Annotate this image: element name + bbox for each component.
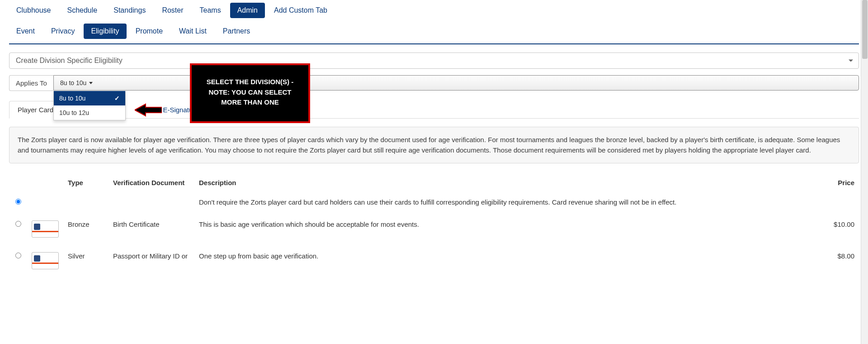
applies-to-button[interactable]: 8u to 10u [53, 75, 859, 91]
col-doc: Verification Document [108, 176, 194, 191]
row0-doc [108, 191, 194, 213]
applies-to-option-0[interactable]: 8u to 10u ✓ [54, 91, 125, 105]
row1-doc: Birth Certificate [108, 213, 194, 245]
card-thumbnail-icon [32, 252, 59, 269]
row2-type: Silver [63, 245, 108, 277]
arrow-left-icon [135, 103, 162, 117]
sub-nav: Event Privacy Eligibility Promote Wait L… [9, 21, 859, 42]
top-nav: Clubhouse Schedule Standings Roster Team… [9, 0, 859, 21]
applies-to-option-1[interactable]: 10u to 12u [54, 105, 125, 120]
nav-divider [9, 43, 859, 44]
subnav-privacy[interactable]: Privacy [44, 24, 82, 39]
nav-admin[interactable]: Admin [230, 3, 265, 18]
row0-radio[interactable] [15, 199, 21, 205]
subnav-partners[interactable]: Partners [216, 24, 257, 39]
col-type: Type [63, 176, 108, 191]
scrollbar-track[interactable] [861, 0, 868, 286]
row1-type: Bronze [63, 213, 108, 245]
applies-to-option-0-label: 8u to 10u [59, 95, 85, 102]
subnav-eligibility[interactable]: Eligibility [84, 24, 126, 39]
subnav-event[interactable]: Event [9, 24, 42, 39]
applies-to-dropdown: 8u to 10u ✓ 10u to 12u [53, 91, 126, 120]
row0-price [818, 191, 859, 213]
table-row: Silver Passport or Military ID or One st… [9, 245, 859, 277]
check-icon: ✓ [114, 95, 120, 102]
nav-standings[interactable]: Standings [106, 3, 153, 18]
nav-clubhouse[interactable]: Clubhouse [9, 3, 58, 18]
row1-desc: This is basic age verification which sho… [194, 213, 818, 245]
division-specific-select-text: Create Division Specific Eligibility [16, 57, 123, 64]
division-specific-select[interactable]: Create Division Specific Eligibility [9, 53, 859, 69]
callout-line3: MORE THAN ONE [198, 97, 302, 108]
nav-roster[interactable]: Roster [155, 3, 190, 18]
row2-price: $8.00 [818, 245, 859, 277]
table-row: Don't require the Zorts player card but … [9, 191, 859, 213]
row1-price: $10.00 [818, 213, 859, 245]
subnav-waitlist[interactable]: Wait List [172, 24, 214, 39]
nav-schedule[interactable]: Schedule [60, 3, 105, 18]
subnav-promote[interactable]: Promote [128, 24, 170, 39]
svg-marker-0 [135, 104, 162, 116]
player-card-table: Type Verification Document Description P… [9, 176, 859, 277]
description-box: The Zorts player card is now available f… [9, 127, 859, 163]
row0-desc: Don't require the Zorts player card but … [194, 191, 818, 213]
applies-to-option-1-label: 10u to 12u [59, 109, 89, 116]
callout-line1: SELECT THE DIVISION(S) - [198, 77, 302, 87]
caret-down-icon [89, 82, 93, 84]
nav-add-custom-tab[interactable]: Add Custom Tab [267, 3, 335, 18]
applies-to-label: Applies To [9, 75, 53, 91]
table-row: Bronze Birth Certificate This is basic a… [9, 213, 859, 245]
col-desc: Description [194, 176, 818, 191]
row2-desc: One step up from basic age verification. [194, 245, 818, 277]
callout-line2: NOTE: YOU CAN SELECT [198, 87, 302, 98]
row2-radio[interactable] [15, 253, 21, 258]
nav-teams[interactable]: Teams [193, 3, 228, 18]
scrollbar-thumb[interactable] [862, 0, 868, 59]
row0-type [63, 191, 108, 213]
card-thumbnail-icon [32, 220, 59, 238]
applies-to-button-text: 8u to 10u [60, 79, 86, 86]
row1-radio[interactable] [15, 221, 21, 227]
col-price: Price [818, 176, 859, 191]
row2-doc: Passport or Military ID or [108, 245, 194, 277]
annotation-callout: SELECT THE DIVISION(S) - NOTE: YOU CAN S… [190, 63, 310, 123]
